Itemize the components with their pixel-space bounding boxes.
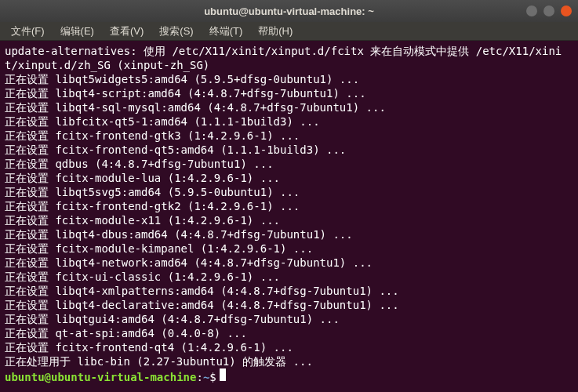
terminal-line: update-alternatives: 使用 /etc/X11/xinit/x… bbox=[5, 44, 573, 72]
menu-edit[interactable]: 编辑(E) bbox=[54, 23, 100, 40]
terminal-line: 正在设置 libqt4-sql-mysql:amd64 (4:4.8.7+dfs… bbox=[5, 100, 573, 114]
terminal-line: 正在设置 libqt4-xmlpatterns:amd64 (4:4.8.7+d… bbox=[5, 284, 573, 298]
terminal-line: 正在设置 libqt4-dbus:amd64 (4:4.8.7+dfsg-7ub… bbox=[5, 227, 573, 241]
terminal-line: 正在设置 fcitx-module-x11 (1:4.2.9.6-1) ... bbox=[5, 213, 573, 227]
close-icon[interactable] bbox=[561, 5, 572, 16]
terminal-line: 正在设置 fcitx-frontend-gtk2 (1:4.2.9.6-1) .… bbox=[5, 199, 573, 213]
menubar: 文件(F) 编辑(E) 查看(V) 搜索(S) 终端(T) 帮助(H) bbox=[0, 22, 578, 41]
menu-view[interactable]: 查看(V) bbox=[104, 23, 150, 40]
terminal-line: 正在设置 fcitx-frontend-gtk3 (1:4.2.9.6-1) .… bbox=[5, 129, 573, 143]
menu-terminal[interactable]: 终端(T) bbox=[203, 23, 249, 40]
menu-search[interactable]: 搜索(S) bbox=[153, 23, 199, 40]
prompt-colon: : bbox=[196, 370, 202, 384]
terminal-line: 正在设置 libqt5widgets5:amd64 (5.9.5+dfsg-0u… bbox=[5, 72, 573, 86]
terminal-line: 正在设置 qt-at-spi:amd64 (0.4.0-8) ... bbox=[5, 326, 573, 340]
terminal-line: 正在处理用于 libc-bin (2.27-3ubuntu1) 的触发器 ... bbox=[5, 354, 573, 368]
prompt-path: ~ bbox=[203, 370, 209, 384]
maximize-icon[interactable] bbox=[543, 5, 554, 16]
menu-file[interactable]: 文件(F) bbox=[5, 23, 51, 40]
terminal-line: 正在设置 libqt5svg5:amd64 (5.9.5-0ubuntu1) .… bbox=[5, 185, 573, 199]
terminal-line: 正在设置 qdbus (4:4.8.7+dfsg-7ubuntu1) ... bbox=[5, 157, 573, 171]
prompt-dollar: $ bbox=[209, 370, 216, 384]
terminal-line: 正在设置 fcitx-module-kimpanel (1:4.2.9.6-1)… bbox=[5, 241, 573, 256]
window-title: ubuntu@ubuntu-virtual-machine: ~ bbox=[6, 5, 572, 17]
menu-help[interactable]: 帮助(H) bbox=[252, 23, 299, 40]
terminal-line: 正在设置 fcitx-ui-classic (1:4.2.9.6-1) ... bbox=[5, 270, 573, 284]
terminal-output[interactable]: update-alternatives: 使用 /etc/X11/xinit/x… bbox=[0, 41, 578, 392]
prompt-user-host: ubuntu@ubuntu-virtual-machine bbox=[5, 370, 196, 384]
window-controls bbox=[526, 5, 572, 16]
titlebar: ubuntu@ubuntu-virtual-machine: ~ bbox=[0, 0, 578, 22]
terminal-line: 正在设置 libqt4-network:amd64 (4:4.8.7+dfsg-… bbox=[5, 256, 573, 270]
terminal-line: 正在设置 fcitx-module-lua (1:4.2.9.6-1) ... bbox=[5, 171, 573, 185]
terminal-line: 正在设置 libqt4-declarative:amd64 (4:4.8.7+d… bbox=[5, 298, 573, 312]
terminal-line: 正在设置 libqt4-script:amd64 (4:4.8.7+dfsg-7… bbox=[5, 86, 573, 100]
terminal-line: 正在设置 fcitx-frontend-qt4 (1:4.2.9.6-1) ..… bbox=[5, 340, 573, 354]
terminal-line: 正在设置 fcitx-frontend-qt5:amd64 (1.1.1-1bu… bbox=[5, 143, 573, 157]
cursor-icon bbox=[220, 368, 226, 381]
terminal-line: 正在设置 libqtgui4:amd64 (4:4.8.7+dfsg-7ubun… bbox=[5, 312, 573, 326]
terminal-line: 正在设置 libfcitx-qt5-1:amd64 (1.1.1-1build3… bbox=[5, 114, 573, 129]
terminal-prompt[interactable]: ubuntu@ubuntu-virtual-machine:~$ bbox=[5, 368, 573, 384]
minimize-icon[interactable] bbox=[526, 5, 537, 16]
